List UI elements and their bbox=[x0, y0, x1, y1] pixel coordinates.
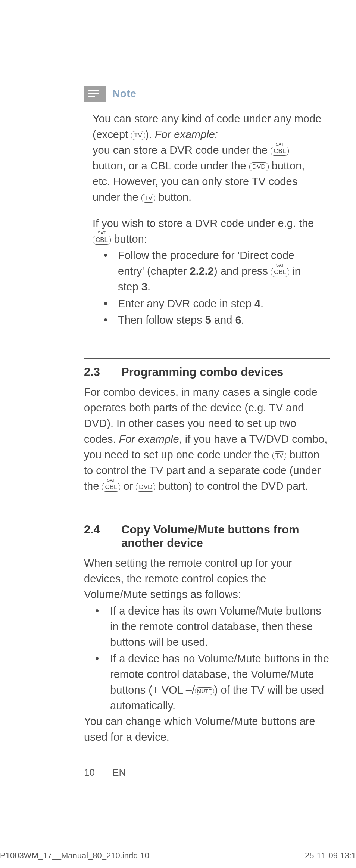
crop-mark bbox=[34, 0, 34, 22]
section-body-2-3: For combo devices, in many cases a singl… bbox=[84, 384, 330, 494]
section-heading-2-4: 2.4 Copy Volume/Mute buttons from anothe… bbox=[84, 523, 330, 550]
page-number: 10 bbox=[84, 767, 95, 778]
divider bbox=[84, 516, 330, 516]
text: When setting the remote control up for y… bbox=[84, 555, 330, 602]
imprint-left: P1003WM_17__Manual_80_210.indd 10 bbox=[0, 851, 149, 861]
section-title: Copy Volume/Mute buttons from another de… bbox=[121, 523, 330, 550]
note-paragraph-3: If you wish to store a DVR code under e.… bbox=[93, 215, 322, 247]
note-label: Note bbox=[112, 88, 136, 100]
crop-mark bbox=[0, 834, 22, 834]
section-heading-2-3: 2.3 Programming combo devices bbox=[84, 365, 330, 379]
text-italic: For example bbox=[119, 433, 179, 445]
section-list: If a device has its own Volume/Mute butt… bbox=[84, 603, 330, 713]
text: . bbox=[260, 298, 263, 309]
tv-button-icon: TV bbox=[131, 131, 145, 140]
text: Then follow steps bbox=[118, 314, 205, 326]
note-header: Note bbox=[84, 86, 330, 102]
text-italic: For example: bbox=[155, 128, 218, 140]
text: If you wish to store a DVR code under e.… bbox=[93, 217, 314, 229]
text: You can change which Volume/Mute buttons… bbox=[84, 713, 330, 745]
section-number: 2.3 bbox=[84, 365, 121, 379]
text-bold: 5 bbox=[205, 314, 211, 326]
text: and bbox=[211, 314, 235, 326]
list-item: If a device has its own Volume/Mute butt… bbox=[95, 603, 330, 650]
section-title: Programming combo devices bbox=[121, 365, 330, 379]
imprint-right: 25-11-09 13:1 bbox=[305, 851, 356, 861]
text: button: bbox=[111, 233, 147, 245]
sat-cbl-button-icon: CBL bbox=[271, 147, 289, 156]
section-number: 2.4 bbox=[84, 523, 121, 550]
text-bold: 2.2.2 bbox=[190, 265, 214, 277]
text-bold: 6 bbox=[235, 314, 241, 326]
note-list: Follow the procedure for 'Direct code en… bbox=[93, 248, 322, 327]
text: button, or a CBL code under the bbox=[93, 160, 249, 172]
tv-button-icon: TV bbox=[272, 451, 287, 460]
sat-cbl-button-icon: CBL bbox=[102, 483, 120, 492]
sat-cbl-button-icon: CBL bbox=[271, 268, 289, 277]
list-item: Then follow steps 5 and 6. bbox=[107, 312, 322, 328]
list-item: If a device has no Volume/Mute buttons i… bbox=[95, 651, 330, 713]
page: Note You can store any kind of code unde… bbox=[0, 0, 356, 868]
page-footer: 10 EN bbox=[84, 767, 126, 778]
list-item: Enter any DVR code in step 4. bbox=[107, 296, 322, 311]
text-bold: 4 bbox=[254, 298, 260, 309]
page-language: EN bbox=[112, 767, 126, 778]
tv-button-icon: TV bbox=[141, 194, 156, 203]
text-bold: 3 bbox=[141, 281, 147, 293]
note-paragraph-2: you can store a DVR code under the CBL b… bbox=[93, 142, 322, 205]
divider bbox=[84, 358, 330, 359]
sat-cbl-button-icon: CBL bbox=[93, 236, 111, 245]
text: ) and press bbox=[214, 265, 271, 277]
dvd-button-icon: DVD bbox=[249, 162, 269, 171]
text: you can store a DVR code under the bbox=[93, 144, 271, 156]
list-item: Follow the procedure for 'Direct code en… bbox=[107, 248, 322, 295]
section-body-2-4: When setting the remote control up for y… bbox=[84, 555, 330, 745]
mute-button-icon: MUTE bbox=[195, 687, 214, 695]
note-icon bbox=[84, 86, 106, 102]
note-box: You can store any kind of code under any… bbox=[84, 105, 330, 336]
text: button. bbox=[155, 191, 191, 203]
note-paragraph-1: You can store any kind of code under any… bbox=[93, 111, 322, 142]
text: or bbox=[120, 480, 136, 492]
text: button) to control the DVD part. bbox=[155, 480, 308, 492]
text: Enter any DVR code in step bbox=[118, 298, 254, 309]
text: . bbox=[147, 281, 150, 293]
content-area: Note You can store any kind of code unde… bbox=[84, 86, 330, 745]
text: ). bbox=[145, 128, 155, 140]
crop-mark bbox=[0, 34, 22, 34]
dvd-button-icon: DVD bbox=[136, 483, 155, 492]
text: . bbox=[241, 314, 244, 326]
